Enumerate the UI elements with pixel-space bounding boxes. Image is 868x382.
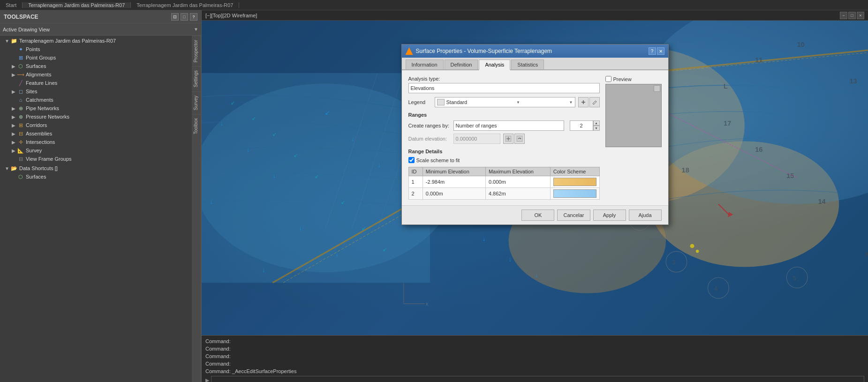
command-input[interactable] [211, 376, 864, 382]
tree-toggle-corridors[interactable]: ▶ [10, 122, 17, 128]
toolspace-btn-3[interactable]: ? [190, 13, 197, 21]
tree-item-alignments[interactable]: ▶ ⟶ Alignments [0, 70, 192, 79]
tab-statistics[interactable]: Statistics [511, 60, 544, 69]
ranges-header: Ranges [408, 112, 600, 118]
tree-item-assemblies[interactable]: ▶ ⊟ Assemblies [0, 129, 192, 138]
tree-item-data-shortcuts[interactable]: ▼ 📂 Data Shortcuts [] [0, 164, 192, 172]
spinner-down-btn[interactable]: ▼ [593, 126, 600, 131]
tree-item-surfaces-sub[interactable]: ⬡ Surfaces [0, 172, 192, 181]
legend-add-btn[interactable] [578, 97, 589, 107]
tree-label-pipe-networks: Pipe Networks [26, 105, 59, 111]
viewport-maximize-btn[interactable]: □ [848, 12, 856, 19]
tree-toggle-assemblies[interactable]: ▶ [10, 130, 17, 137]
color-swatch-orange [553, 178, 596, 186]
datum-reset-btn[interactable] [514, 134, 525, 144]
dialog-close-btn[interactable]: ✕ [657, 47, 664, 55]
cell-min-1: -2.984m [423, 176, 485, 188]
num-ranges-input[interactable]: 2 [570, 120, 593, 131]
surface-properties-dialog: Surface Properties - Volume-Superficie T… [401, 44, 669, 225]
map-canvas[interactable]: ↓ ↓ ↓ ↓ ↙ ↓ ↓ ↓ ↓ ↓ ↓ ↓ ↓ ↓ ↓ [202, 21, 868, 335]
datum-input[interactable]: 0.000000 [453, 134, 500, 144]
tab-definition[interactable]: Definition [445, 60, 478, 69]
cell-color-2[interactable] [550, 188, 599, 200]
command-line-1: Command: [205, 337, 864, 345]
scale-checkbox[interactable] [408, 157, 415, 163]
toolspace-btn-1[interactable]: ⊡ [171, 13, 179, 21]
dialog-titlebar: Surface Properties - Volume-Superficie T… [402, 45, 668, 58]
legend-value: Standard [446, 99, 468, 105]
tab-drawing1[interactable]: Terraplenagem Jardim das Palmeiras-R07 [23, 2, 131, 8]
points-icon: ✦ [17, 45, 24, 53]
preview-label: Preview [613, 76, 632, 82]
command-prompt-icon: ▶ [205, 377, 209, 382]
tree-item-pipe-networks[interactable]: ▶ ⊕ Pipe Networks [0, 104, 192, 112]
drawing-view-selector[interactable]: Active Drawing View ▼ [0, 23, 201, 36]
side-tab-settings[interactable]: Settings [192, 66, 201, 91]
tree-item-intersections[interactable]: ▶ ✛ Intersections [0, 138, 192, 146]
tree-toggle-survey[interactable]: ▶ [10, 147, 17, 154]
tab-information[interactable]: Information [406, 60, 444, 69]
side-tabs: Prospector Settings Survey Toolbox [192, 36, 201, 382]
col-id: ID [408, 167, 423, 176]
tree-item-sites[interactable]: ▶ ◻ Sites [0, 87, 192, 96]
datum-pick-btn[interactable] [503, 134, 513, 144]
tree-item-catchments[interactable]: ⌂ Catchments [0, 96, 192, 104]
table-row[interactable]: 2 0.000m 4.862m [408, 188, 599, 200]
tab-analysis[interactable]: Analysis [479, 60, 510, 70]
side-tab-survey[interactable]: Survey [192, 91, 201, 114]
create-ranges-label: Create ranges by: [408, 123, 451, 128]
tree-item-feature-lines[interactable]: ╱ Feature Lines [0, 79, 192, 87]
cell-color-1[interactable] [550, 176, 599, 188]
help-button[interactable]: Ajuda [629, 210, 662, 221]
point-groups-icon: ⊞ [17, 54, 24, 61]
tab-start[interactable]: Start [0, 2, 23, 8]
apply-button[interactable]: Apply [593, 210, 626, 221]
tree-root[interactable]: ▼ 📁 Terraplenagem Jardim das Palmeiras-R… [0, 37, 192, 45]
side-tab-prospector[interactable]: Prospector [192, 36, 201, 66]
tree-label-intersections: Intersections [26, 139, 55, 145]
col-color-scheme: Color Scheme [550, 167, 599, 176]
analysis-type-select[interactable]: Elevations [408, 83, 600, 93]
ok-button[interactable]: OK [521, 210, 554, 221]
viewport-minimize-btn[interactable]: − [840, 12, 847, 19]
tree-item-corridors[interactable]: ▶ ⊞ Corridors [0, 121, 192, 129]
viewport-header: [−][Top][2D Wireframe] − □ × [202, 10, 868, 21]
tree-item-surfaces[interactable]: ▶ ⬡ Surfaces [0, 62, 192, 70]
tree-item-point-groups[interactable]: ⊞ Point Groups [0, 53, 192, 62]
tree-toggle-root[interactable]: ▼ [4, 37, 10, 44]
cancel-button[interactable]: Cancelar [557, 210, 590, 221]
tree-toggle-surfaces[interactable]: ▶ [10, 63, 17, 69]
tree-label-view-frame-groups: View Frame Groups [26, 156, 72, 162]
table-row[interactable]: 1 -2.984m 0.000m [408, 176, 599, 188]
tree-item-points[interactable]: ✦ Points [0, 45, 192, 53]
command-line-2: Command: [205, 345, 864, 352]
legend-select[interactable]: Standard ▼ [435, 97, 575, 107]
tree-toggle-intersections[interactable]: ▶ [10, 139, 17, 145]
tree-toggle-pipe-networks[interactable]: ▶ [10, 105, 17, 112]
tree-toggle-feature-lines [10, 80, 17, 86]
tree-root-label: Terraplenagem Jardim das Palmeiras-R07 [19, 38, 116, 44]
tree-toggle-data-shortcuts[interactable]: ▼ [4, 165, 10, 172]
dialog-help-btn[interactable]: ? [649, 47, 656, 55]
tree-item-view-frame-groups[interactable]: ⊟ View Frame Groups [0, 155, 192, 163]
tree-toggle-alignments[interactable]: ▶ [10, 71, 17, 78]
tree-item-survey[interactable]: ▶ 📐 Survey [0, 146, 192, 155]
dialog-tabs: Information Definition Analysis Statisti… [402, 58, 668, 70]
legend-edit-btn[interactable] [589, 97, 600, 107]
tree-label-corridors: Corridors [26, 122, 47, 128]
datum-label: Datum elevation: [408, 136, 451, 142]
range-details-header: Range Details [408, 149, 600, 154]
toolspace-btn-2[interactable]: □ [181, 13, 188, 21]
tree-toggle-pressure-networks[interactable]: ▶ [10, 113, 17, 120]
analysis-type-label: Analysis type: [408, 76, 600, 82]
tree-toggle-sites[interactable]: ▶ [10, 88, 17, 95]
tab-drawing2[interactable]: Terraplenagem Jardim das Palmeiras-R07 [131, 2, 239, 8]
viewport-restore-btn[interactable]: × [857, 12, 864, 19]
spinner-up-btn[interactable]: ▲ [593, 120, 600, 126]
create-ranges-select[interactable]: Number of ranges [453, 120, 564, 131]
preview-checkbox[interactable] [605, 76, 611, 82]
survey-icon: 📐 [17, 147, 24, 154]
side-tab-toolbox[interactable]: Toolbox [192, 114, 201, 138]
tree-item-pressure-networks[interactable]: ▶ ⊗ Pressure Networks [0, 112, 192, 121]
view-frame-groups-icon: ⊟ [17, 155, 24, 163]
